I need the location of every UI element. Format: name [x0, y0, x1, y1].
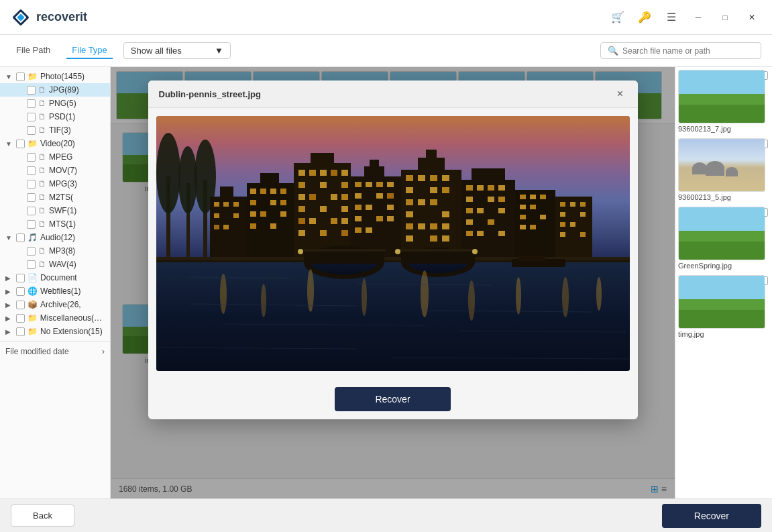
sidebar-item-document[interactable]: ▶ 📄 Document	[0, 271, 110, 284]
expand-arrow-icon: ▼	[5, 73, 13, 81]
toolbar: File Path File Type Show all files ▼ 🔍	[0, 35, 772, 67]
no-ext-icon: 📁	[27, 327, 38, 336]
modal-body	[148, 108, 638, 379]
file-icon: 🗋	[38, 193, 46, 202]
sidebar-item-mpeg[interactable]: 🗋 MPEG	[0, 150, 110, 164]
archive-icon: 📦	[27, 300, 38, 309]
sidebar-item-mpg[interactable]: 🗋 MPG(3)	[0, 177, 110, 191]
sidebar-item-mp3[interactable]: 🗋 MP3(8)	[0, 244, 110, 258]
right-item-name: 93600213_5.jpg	[678, 193, 769, 201]
file-icon: 🗋	[38, 260, 46, 269]
sidebar-item-swf[interactable]: 🗋 SWF(1)	[0, 204, 110, 217]
file-icon: 🗋	[38, 166, 46, 175]
sidebar-item-label: JPG(89)	[49, 85, 79, 95]
folder-icon: 📄	[27, 273, 38, 282]
file-icon: 🗋	[38, 246, 46, 256]
jpg-checkbox[interactable]	[27, 86, 36, 95]
show-files-label: Show all files	[131, 46, 182, 56]
search-input[interactable]	[622, 46, 754, 56]
sidebar-item-label: Photo(1455)	[40, 72, 85, 81]
logo-icon	[11, 7, 31, 28]
close-button[interactable]: ✕	[742, 8, 761, 27]
sidebar-item-mts[interactable]: 🗋 MTS(1)	[0, 217, 110, 231]
sidebar-section-photos: ▼ 📁 Photo(1455) 🗋 JPG(89) 🗋 PNG(5) �	[0, 67, 110, 341]
sidebar-item-wav[interactable]: 🗋 WAV(4)	[0, 258, 110, 271]
file-icon: 🗋	[38, 179, 46, 189]
title-bar: recoverit 🛒 🔑 ☰ ─ □ ✕	[0, 0, 772, 35]
main-layout: ▼ 📁 Photo(1455) 🗋 JPG(89) 🗋 PNG(5) �	[0, 67, 772, 498]
file-icon: 🗋	[38, 85, 46, 95]
sidebar: ▼ 📁 Photo(1455) 🗋 JPG(89) 🗋 PNG(5) �	[0, 67, 111, 498]
modal-overlay: Dublin-pennis_street.jpg ×	[111, 67, 675, 498]
search-icon: 🔍	[608, 46, 618, 56]
file-icon: 🗋	[38, 125, 46, 135]
png-checkbox[interactable]	[27, 99, 36, 108]
folder-icon: 📁	[27, 139, 38, 148]
title-actions: 🛒 🔑 ☰ ─ □ ✕	[608, 8, 761, 27]
file-icon: 🗋	[38, 112, 46, 121]
menu-icon[interactable]: ☰	[662, 8, 681, 27]
sidebar-item-jpg[interactable]: 🗋 JPG(89)	[0, 83, 110, 97]
right-panel-item[interactable]: timg.jpg	[678, 275, 769, 338]
svg-rect-167	[156, 116, 630, 371]
logo-area: recoverit	[11, 7, 608, 28]
right-item-name: GreenSpring.jpg	[678, 262, 769, 270]
tab-file-type[interactable]: File Type	[66, 42, 113, 59]
folder-icon: 🎵	[27, 233, 38, 242]
modal-footer: Recover	[148, 379, 638, 419]
arrow-right-icon: ›	[102, 347, 105, 356]
sidebar-item-m2ts[interactable]: 🗋 M2TS(	[0, 191, 110, 204]
modal-title: Dublin-pennis_street.jpg	[159, 89, 261, 99]
cart-icon[interactable]: 🛒	[608, 8, 627, 27]
sidebar-item-photo[interactable]: ▼ 📁 Photo(1455)	[0, 70, 110, 83]
sidebar-item-misc[interactable]: ▶ 📁 Miscellaneous(34)	[0, 311, 110, 325]
right-panel-item[interactable]: 93600213_5.jpg	[678, 138, 769, 201]
web-icon: 🌐	[27, 286, 38, 296]
sidebar-item-mov[interactable]: 🗋 MOV(7)	[0, 164, 110, 177]
folder-icon: 📁	[27, 72, 38, 81]
show-files-dropdown[interactable]: Show all files ▼	[123, 42, 231, 59]
tab-file-path[interactable]: File Path	[11, 42, 56, 59]
recover-modal-button[interactable]: Recover	[335, 387, 450, 411]
file-icon: 🗋	[38, 99, 46, 108]
minimize-button[interactable]: ─	[689, 8, 708, 27]
right-item-name: 93600213_7.jpg	[678, 125, 769, 133]
modal-header: Dublin-pennis_street.jpg ×	[148, 81, 638, 108]
sidebar-item-archive[interactable]: ▶ 📦 Archive(26,	[0, 298, 110, 311]
back-button[interactable]: Back	[11, 504, 74, 527]
right-panel-item[interactable]: GreenSpring.jpg	[678, 207, 769, 270]
bottom-bar: Back Recover	[0, 498, 772, 532]
search-box: 🔍	[600, 42, 761, 59]
dropdown-arrow-icon: ▼	[215, 46, 223, 56]
sidebar-item-tif[interactable]: 🗋 TIF(3)	[0, 123, 110, 137]
preview-image	[156, 116, 630, 371]
right-panel: 93600213_7.jpg 93600213_5.jpg GreenSprin…	[675, 67, 772, 498]
maximize-button[interactable]: □	[716, 8, 734, 27]
file-icon: 🗋	[38, 206, 46, 215]
key-icon[interactable]: 🔑	[635, 8, 654, 27]
right-panel-item[interactable]: 93600213_7.jpg	[678, 70, 769, 133]
image-preview-modal: Dublin-pennis_street.jpg ×	[148, 81, 638, 419]
sidebar-bottom-date[interactable]: File modified date ›	[0, 341, 110, 362]
sidebar-item-psd[interactable]: 🗋 PSD(1)	[0, 110, 110, 123]
misc-icon: 📁	[27, 313, 38, 323]
photo-checkbox[interactable]	[16, 72, 25, 81]
modal-close-button[interactable]: ×	[614, 87, 627, 101]
right-item-name: timg.jpg	[678, 330, 769, 338]
file-icon: 🗋	[38, 152, 46, 162]
sidebar-item-audio[interactable]: ▼ 🎵 Audio(12)	[0, 231, 110, 244]
sidebar-item-webfiles[interactable]: ▶ 🌐 Webfiles(1)	[0, 284, 110, 298]
sidebar-item-png[interactable]: 🗋 PNG(5)	[0, 97, 110, 110]
recover-button[interactable]: Recover	[662, 504, 761, 528]
file-icon: 🗋	[38, 219, 46, 229]
content-area: img2.jpg 93600213_5.jpg 93600213_2.jpg	[111, 67, 675, 498]
sidebar-item-noext[interactable]: ▶ 📁 No Extension(15)	[0, 325, 110, 338]
sidebar-item-video[interactable]: ▼ 📁 Video(20)	[0, 137, 110, 150]
app-name: recoverit	[36, 10, 87, 24]
